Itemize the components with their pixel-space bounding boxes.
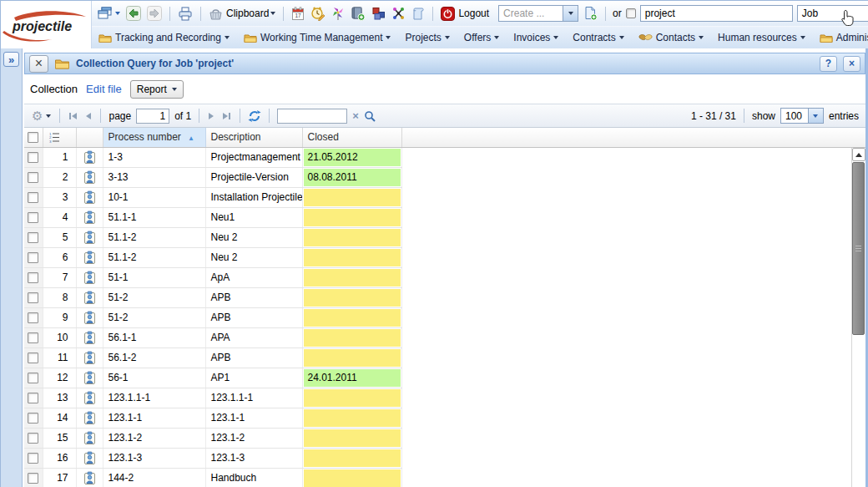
table-row[interactable]: 8 51-2 APB <box>24 287 865 307</box>
cubes-icon[interactable] <box>371 6 386 21</box>
table-row[interactable]: 14 123.1-1 123.1-1 <box>24 408 865 428</box>
process-number-cell[interactable]: 51-1 <box>103 267 205 287</box>
clock-edit-icon[interactable] <box>310 5 326 22</box>
process-icon-cell[interactable] <box>76 428 103 448</box>
process-icon-cell[interactable] <box>76 207 103 227</box>
table-row[interactable]: 5 51.1-2 Neu 2 <box>24 227 865 247</box>
new-document-icon[interactable] <box>583 5 598 22</box>
clear-filter-icon[interactable]: × <box>352 109 359 122</box>
row-checkbox[interactable] <box>28 433 38 444</box>
table-row[interactable]: 1 1-3 Projectmanagement 21.05.2012 <box>24 147 865 167</box>
global-search-input[interactable] <box>640 5 793 22</box>
menu-invoices[interactable]: Invoices <box>513 32 558 43</box>
row-checkbox[interactable] <box>28 393 38 403</box>
process-number-cell[interactable]: 51.1-2 <box>103 227 205 247</box>
table-row[interactable]: 17 144-2 Handbuch <box>24 468 865 487</box>
table-row[interactable]: 7 51-1 ApA <box>24 267 865 287</box>
menu-projects[interactable]: Projects <box>405 32 449 43</box>
menu-offers[interactable]: Offers <box>464 32 499 43</box>
process-number-cell[interactable]: 144-2 <box>103 468 205 487</box>
settings-gear-icon[interactable]: ⚙ <box>31 109 52 123</box>
report-dropdown-button[interactable]: Report <box>130 80 184 99</box>
page-number-input[interactable] <box>136 109 169 124</box>
menu-tracking-and-recording[interactable]: Tracking and Recording <box>98 32 230 43</box>
process-number-cell[interactable]: 51.1-1 <box>103 207 205 227</box>
first-page-button[interactable] <box>68 111 78 121</box>
menu-administration[interactable]: Administration <box>820 32 868 43</box>
print-icon[interactable] <box>177 6 194 22</box>
table-row[interactable]: 10 56.1-1 APA <box>24 327 865 347</box>
process-icon-cell[interactable] <box>76 247 103 267</box>
process-icon-cell[interactable] <box>76 307 103 327</box>
process-number-cell[interactable]: 56.1-2 <box>103 347 205 368</box>
row-checkbox[interactable] <box>28 413 38 424</box>
process-icon-cell[interactable] <box>76 468 103 487</box>
back-icon[interactable] <box>125 5 142 22</box>
search-option-checkbox[interactable] <box>626 8 636 18</box>
create-select[interactable]: Create ... <box>498 5 578 22</box>
logout-button[interactable]: Logout <box>440 6 490 22</box>
row-checkbox[interactable] <box>28 212 38 223</box>
menu-working-time-management[interactable]: Working Time Management <box>244 32 391 43</box>
help-button[interactable]: ? <box>820 56 837 72</box>
book-add-icon[interactable] <box>350 6 366 22</box>
row-checkbox[interactable] <box>28 473 38 484</box>
cascade-windows-icon[interactable] <box>97 6 121 21</box>
process-number-cell[interactable]: 56-1 <box>103 368 205 388</box>
previous-page-button[interactable] <box>83 111 93 121</box>
process-icon-cell[interactable] <box>76 287 103 307</box>
row-checkbox[interactable] <box>28 272 38 283</box>
process-number-cell[interactable]: 123.1-2 <box>103 428 205 448</box>
process-number-cell[interactable]: 51-2 <box>103 287 205 307</box>
calendar-icon[interactable]: 17 <box>290 6 305 22</box>
process-number-cell[interactable]: 123.1.1-1 <box>103 388 205 408</box>
table-row[interactable]: 16 123.1-3 123.1-3 <box>24 448 865 468</box>
row-number-header[interactable]: 123 <box>43 128 76 147</box>
row-checkbox[interactable] <box>28 292 38 303</box>
table-row[interactable]: 9 51-2 APB <box>24 307 865 327</box>
entries-per-page-select[interactable]: 100 <box>780 108 824 124</box>
table-row[interactable]: 11 56.1-2 APB <box>24 347 865 368</box>
process-icon-cell[interactable] <box>76 187 103 207</box>
process-icon-cell[interactable] <box>76 167 103 187</box>
row-checkbox[interactable] <box>28 172 38 183</box>
process-icon-cell[interactable] <box>76 408 103 428</box>
table-row[interactable]: 4 51.1-1 Neu1 <box>24 207 865 227</box>
process-icon-cell[interactable] <box>76 147 103 167</box>
process-icon-cell[interactable] <box>76 368 103 388</box>
process-number-cell[interactable]: 1-3 <box>103 147 205 167</box>
table-row[interactable]: 2 3-13 Projectile-Version 08.08.2011 <box>24 167 865 187</box>
forward-icon[interactable] <box>146 5 163 22</box>
row-checkbox[interactable] <box>28 332 38 343</box>
process-number-cell[interactable]: 56.1-1 <box>103 327 205 347</box>
close-window-button[interactable]: × <box>843 56 860 72</box>
table-row[interactable]: 3 10-1 Installation Projectile <box>24 187 865 207</box>
process-icon-cell[interactable] <box>76 227 103 247</box>
vertical-scrollbar[interactable] <box>851 148 865 487</box>
network-icon[interactable] <box>391 6 406 21</box>
next-page-button[interactable] <box>207 111 216 121</box>
row-checkbox[interactable] <box>28 312 38 323</box>
row-checkbox[interactable] <box>28 152 38 163</box>
scrollbar-thumb[interactable] <box>852 162 865 335</box>
process-icon-cell[interactable] <box>76 388 103 408</box>
column-header-closed[interactable]: Closed <box>302 128 401 147</box>
process-number-cell[interactable]: 10-1 <box>103 187 205 207</box>
close-tab-button[interactable]: × <box>29 55 48 73</box>
menu-contacts[interactable]: Contacts <box>638 32 704 43</box>
process-number-cell[interactable]: 3-13 <box>103 167 205 187</box>
menu-human-resources[interactable]: Human resources <box>718 32 805 43</box>
process-number-cell[interactable]: 123.1-3 <box>103 448 205 468</box>
row-checkbox[interactable] <box>28 453 38 464</box>
scroll-up-button[interactable] <box>852 148 865 161</box>
table-row[interactable]: 12 56-1 AP1 24.01.2011 <box>24 368 865 388</box>
process-icon-cell[interactable] <box>76 448 103 468</box>
table-row[interactable]: 13 123.1.1-1 123.1.1-1 <box>24 388 865 408</box>
pinwheel-icon[interactable] <box>331 5 346 22</box>
scroll-icon[interactable] <box>411 6 426 22</box>
column-header-description[interactable]: Description <box>205 128 302 147</box>
row-checkbox[interactable] <box>28 192 38 203</box>
edit-file-link[interactable]: Edit file <box>86 83 122 95</box>
clipboard-menu[interactable]: Clipboard <box>208 7 276 21</box>
menu-contracts[interactable]: Contracts <box>573 32 623 43</box>
